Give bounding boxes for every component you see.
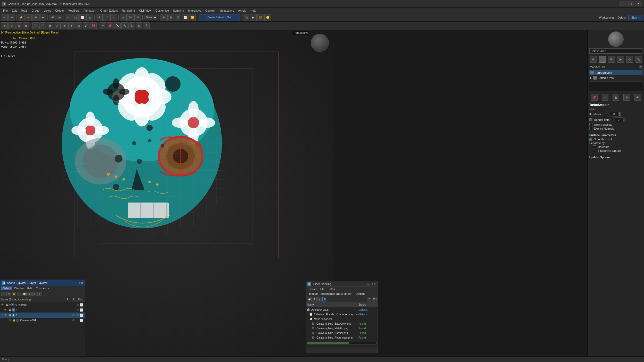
at-item-vault[interactable]: 🏦 Autodesk Vault Logged... bbox=[306, 307, 378, 312]
se-item-layer-1[interactable]: 👁 🔒 1 1 ⚙ ⬜ bbox=[0, 307, 85, 313]
undo-button[interactable]: ↩ bbox=[1, 14, 8, 21]
se-menu-customize[interactable]: Customize bbox=[34, 287, 51, 290]
schematic-button[interactable]: 🔀 bbox=[189, 14, 196, 21]
render-iters-input[interactable] bbox=[615, 118, 623, 121]
modifier-eye-icon[interactable]: 👁 bbox=[590, 71, 594, 74]
modify-icon-btn[interactable]: ⟨⟩ bbox=[599, 56, 606, 63]
menu-item-edit[interactable]: Edit bbox=[10, 9, 19, 13]
isoline-checkbox[interactable] bbox=[589, 123, 592, 126]
maximize-button[interactable]: □ bbox=[627, 1, 634, 6]
at-minimize-btn[interactable]: — bbox=[367, 282, 370, 285]
smooth-result-checkbox[interactable] bbox=[589, 138, 592, 141]
spinner-snap-button[interactable]: ⚙ bbox=[134, 14, 141, 21]
rotate-button[interactable]: ↺ bbox=[103, 14, 110, 21]
move-button[interactable]: ✛ bbox=[96, 14, 103, 21]
menu-item-tools[interactable]: Tools bbox=[19, 9, 30, 13]
bind-button[interactable]: ⊞ bbox=[32, 14, 39, 21]
systems-button[interactable]: ⊞ bbox=[76, 22, 82, 29]
modifier-dropdown-btn[interactable]: ▼ bbox=[639, 65, 643, 69]
select-all-button[interactable]: ◈ bbox=[39, 14, 46, 21]
menu-item-group[interactable]: Group bbox=[29, 9, 42, 13]
nav-sphere[interactable] bbox=[311, 34, 329, 52]
se-item-calavera[interactable]: 👁 🔒 ◻ Calavera001 ⚙ ⬜ bbox=[0, 318, 85, 323]
menu-item-views[interactable]: Views bbox=[42, 9, 53, 13]
menu-item-scripting[interactable]: Scripting bbox=[171, 9, 186, 13]
menu-item-rendering[interactable]: Rendering bbox=[120, 9, 137, 13]
se-sort-btn[interactable]: ⇅ bbox=[27, 292, 32, 296]
select-region3-button[interactable]: ◎ bbox=[86, 14, 93, 21]
at-menu-paths[interactable]: Paths bbox=[326, 287, 336, 291]
material-editor-button[interactable]: 🟡 bbox=[264, 14, 271, 21]
at-menu-server[interactable]: Server bbox=[307, 287, 318, 291]
menu-item-create[interactable]: Create bbox=[53, 9, 66, 13]
at-restore-btn[interactable]: □ bbox=[371, 282, 373, 285]
at-close-btn[interactable]: ✕ bbox=[374, 282, 376, 285]
at-bitmap-perf-item[interactable]: Bitmap Performance and Memory bbox=[307, 292, 353, 296]
axis-button[interactable]: ⊞ bbox=[136, 22, 142, 29]
view-dropdown[interactable]: View bbox=[144, 15, 157, 20]
display-icon-btn[interactable]: ◎ bbox=[626, 56, 633, 63]
measure-button[interactable]: 📏 bbox=[114, 22, 121, 29]
se-menu-select[interactable]: Select bbox=[1, 287, 12, 290]
at-item-roughness[interactable]: 🖼 Calavera_blue_Roughness.png Found bbox=[306, 335, 378, 340]
at-menu-file[interactable]: File bbox=[318, 287, 326, 291]
configure-btn[interactable]: ⚙ bbox=[623, 94, 630, 101]
render-type-button[interactable]: ⬛ bbox=[32, 22, 39, 29]
xform-button[interactable]: 🔧 bbox=[121, 22, 128, 29]
render-setup-button[interactable]: 📷 bbox=[243, 14, 249, 21]
iterations-input[interactable] bbox=[610, 113, 618, 116]
layer-button[interactable]: ⊠ bbox=[175, 14, 181, 21]
se-item-layer-1-sub[interactable]: 👁 🔒 1 1 ⚙ ⚙ ⬜ bbox=[0, 313, 85, 318]
active-shade-button[interactable]: 🔆 bbox=[257, 14, 264, 21]
paint2-button[interactable]: ✏ bbox=[100, 22, 106, 29]
minimize-button[interactable]: — bbox=[619, 1, 626, 6]
se-close-x-btn[interactable]: ✕ bbox=[1, 292, 6, 296]
render-iters-up-btn[interactable]: ▲ bbox=[623, 117, 625, 120]
snaps-toggle[interactable]: ⊕ bbox=[1, 22, 8, 29]
se-item-default-layer[interactable]: 👁 🔒 ⚙ 0 0 (default) ⚙ ⬜ bbox=[0, 302, 85, 307]
menu-item-civil view[interactable]: Civil View bbox=[137, 9, 153, 13]
redo-button[interactable]: ↪ bbox=[8, 14, 15, 21]
at-item-maps-folder[interactable]: 📁 Maps / Shaders bbox=[306, 317, 378, 321]
hierarchy-icon-btn[interactable]: ⊞ bbox=[608, 56, 615, 63]
help-button[interactable]: ? bbox=[143, 22, 150, 29]
at-item-metallic[interactable]: 🖼 Calavera_blue_Metallic.png Found bbox=[306, 326, 378, 331]
smoothing-groups-checkbox[interactable] bbox=[593, 149, 596, 152]
scale-button[interactable]: ⤢ bbox=[110, 14, 117, 21]
menu-item-megascans[interactable]: Megascans bbox=[217, 9, 236, 13]
light-button[interactable]: ◉ bbox=[47, 22, 53, 29]
modifier-turbosmooth[interactable]: 👁 TurboSmooth bbox=[589, 70, 643, 75]
se-menu-display[interactable]: Display bbox=[13, 287, 25, 290]
render-button[interactable]: ▶ bbox=[250, 14, 257, 21]
select-paint-button[interactable]: 📌 bbox=[107, 22, 113, 29]
se-plus-btn[interactable]: + bbox=[17, 292, 21, 296]
iterations-down-btn[interactable]: ▼ bbox=[618, 114, 621, 116]
show-result-btn[interactable]: 👁 bbox=[634, 94, 641, 101]
se-folder-btn[interactable]: 📁 bbox=[22, 292, 27, 296]
se-filter-btn[interactable]: ≡ bbox=[37, 292, 42, 296]
spacewarp-button[interactable]: ◈ bbox=[68, 22, 75, 29]
helper-button[interactable]: ⊕ bbox=[61, 22, 68, 29]
at-options-item[interactable]: Options bbox=[353, 292, 367, 296]
menu-item-arnold[interactable]: Arnold bbox=[236, 9, 248, 13]
object-name-input[interactable] bbox=[589, 48, 642, 54]
at-help-btn[interactable]: ? bbox=[367, 297, 371, 301]
select-region2-button[interactable]: ⬜ bbox=[79, 14, 86, 21]
se-menu-edit[interactable]: Edit bbox=[26, 287, 34, 290]
menu-item-content[interactable]: Content bbox=[203, 9, 217, 13]
se-lock-btn[interactable]: 🔒 bbox=[12, 292, 16, 296]
se-minimize-btn[interactable]: — bbox=[74, 281, 77, 285]
at-reload-btn[interactable]: ↺ bbox=[312, 297, 317, 301]
select-icon-btn[interactable]: ↖ bbox=[602, 94, 608, 101]
viewport-label[interactable]: [+] [Perspective] [User Defined] [Edged … bbox=[1, 31, 60, 34]
render-iters-down-btn[interactable]: ▼ bbox=[623, 120, 625, 122]
sign-in-button[interactable]: Sign In bbox=[629, 15, 643, 20]
se-close-btn[interactable]: ✕ bbox=[81, 281, 83, 285]
pin-icon-btn[interactable]: 📌 bbox=[591, 94, 598, 101]
mirror-button[interactable]: ⊞ bbox=[160, 14, 167, 21]
se-restore-btn[interactable]: □ bbox=[78, 281, 80, 285]
align-button[interactable]: ⊟ bbox=[167, 14, 174, 21]
modifier-editable-poly[interactable]: ▶ 👁 Editable Poly bbox=[589, 75, 643, 80]
se-view-btn[interactable]: 👁 bbox=[6, 292, 11, 296]
shape-button[interactable]: ◯ bbox=[39, 22, 46, 29]
